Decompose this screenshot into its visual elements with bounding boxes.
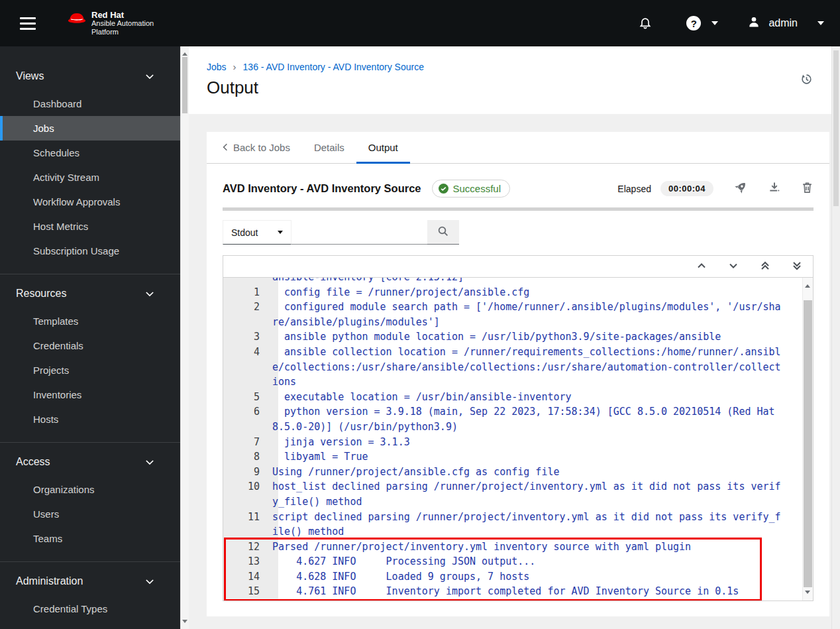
- log-line-number: [223, 278, 269, 285]
- sidebar-item-organizations[interactable]: Organizations: [0, 477, 180, 502]
- elapsed-value-badge: 00:00:04: [660, 181, 713, 196]
- scroll-to-top-button[interactable]: [749, 256, 781, 277]
- log-line-text: ansible collection location = /runner/re…: [269, 345, 784, 390]
- log-scrollbar[interactable]: [802, 278, 813, 600]
- sidebar-item-activity-stream[interactable]: Activity Stream: [0, 165, 180, 190]
- log-line-text: 4.761 INFO Inventory import completed fo…: [269, 584, 784, 599]
- delete-job-button[interactable]: [801, 181, 814, 196]
- sidebar-scrollbar[interactable]: [180, 46, 189, 629]
- search-input[interactable]: [291, 220, 427, 245]
- log-line-text: Parsed /runner/project/inventory.yml inv…: [269, 540, 784, 555]
- help-button[interactable]: ?: [686, 16, 701, 30]
- tab-details[interactable]: Details: [302, 132, 356, 163]
- breadcrumb-job-link[interactable]: 136 - AVD Inventory - AVD Inventory Sour…: [243, 62, 424, 72]
- log-line-3: 3 ansible python module location = /usr/…: [223, 329, 802, 345]
- log-line-12: 12Parsed /runner/project/inventory.yml i…: [223, 540, 802, 555]
- page-header: Jobs › 136 - AVD Inventory - AVD Invento…: [189, 46, 831, 114]
- masthead-actions: ? admin: [639, 15, 824, 31]
- nav-group-header-access[interactable]: Access: [0, 449, 180, 477]
- page-scrollbar-thumb[interactable]: [833, 50, 839, 206]
- sidebar-item-inventories[interactable]: Inventories: [0, 382, 180, 407]
- sidebar-item-dashboard[interactable]: Dashboard: [0, 91, 180, 116]
- log-line-number: 10: [223, 479, 269, 509]
- sidebar-item-workflow-approvals[interactable]: Workflow Approvals: [0, 190, 180, 214]
- sidebar-item-host-metrics[interactable]: Host Metrics: [0, 214, 180, 239]
- log-line-15: 15 4.761 INFO Inventory import completed…: [223, 584, 802, 599]
- log-line-9: 9Using /runner/project/ansible.cfg as co…: [223, 465, 802, 480]
- log-line-1: 1 config file = /runner/project/ansible.…: [223, 285, 802, 300]
- job-name: AVD Inventory - AVD Inventory Source: [223, 182, 421, 195]
- sidebar-item-hosts[interactable]: Hosts: [0, 407, 180, 431]
- log-line-6: 6 python version = 3.9.18 (main, Sep 22 …: [223, 404, 802, 434]
- trash-icon: [801, 181, 814, 196]
- status-badge: Successful: [432, 180, 511, 198]
- scroll-down-arrow-icon[interactable]: [805, 591, 810, 597]
- download-output-button[interactable]: [768, 181, 781, 196]
- notifications-button[interactable]: [639, 16, 652, 31]
- log-line-text: Using /runner/project/ansible.cfg as con…: [269, 465, 784, 480]
- history-button[interactable]: [800, 73, 813, 87]
- elapsed-label: Elapsed: [617, 184, 651, 194]
- tabs-row: Back to Jobs Details Output: [207, 132, 829, 164]
- scroll-down-arrow-icon[interactable]: [182, 620, 187, 626]
- nav-group-header-resources[interactable]: Resources: [0, 281, 180, 309]
- log-line-text: python version = 3.9.18 (main, Sep 22 20…: [269, 404, 784, 434]
- log-line-text: jinja version = 3.1.3: [269, 435, 784, 450]
- log-body: ansible-inventory [core 2.15.12]1 config…: [223, 278, 813, 600]
- double-chevron-down-icon: [792, 260, 802, 273]
- log-scrollbar-thumb[interactable]: [804, 300, 812, 587]
- log-toolbar: [223, 256, 813, 278]
- sidebar-item-templates[interactable]: Templates: [0, 309, 180, 333]
- sidebar-item-users[interactable]: Users: [0, 502, 180, 526]
- log-line-text: script declined parsing /runner/project/…: [269, 510, 784, 540]
- help-dropdown-toggle[interactable]: [711, 18, 718, 29]
- log-line-10: 10host_list declined parsing /runner/pro…: [223, 479, 802, 509]
- log-line-text: libyaml = True: [269, 449, 784, 465]
- download-icon: [768, 181, 781, 196]
- sidebar-item-jobs[interactable]: Jobs: [0, 116, 180, 141]
- sidebar-item-teams[interactable]: Teams: [0, 526, 180, 551]
- sidebar-item-credential-types[interactable]: Credential Types: [0, 597, 180, 621]
- tab-output[interactable]: Output: [356, 132, 410, 163]
- sidebar-item-subscription-usage[interactable]: Subscription Usage: [0, 239, 180, 263]
- chevron-down-icon: [146, 288, 154, 300]
- nav-group-administration: AdministrationCredential Types: [0, 562, 180, 629]
- breadcrumb-jobs-link[interactable]: Jobs: [207, 62, 227, 72]
- stdout-filter-select[interactable]: Stdout: [223, 220, 291, 245]
- nav-group-resources: ResourcesTemplatesCredentialsProjectsInv…: [0, 274, 180, 443]
- scroll-up-arrow-icon[interactable]: [805, 282, 810, 288]
- status-label: Successful: [453, 183, 501, 194]
- log-line-number: 6: [223, 404, 269, 434]
- tab-back-to-jobs[interactable]: Back to Jobs: [223, 132, 302, 163]
- sidebar-item-schedules[interactable]: Schedules: [0, 141, 180, 165]
- log-line-text: configured module search path = ['/home/…: [269, 300, 784, 329]
- stdout-filter-value: Stdout: [231, 227, 258, 238]
- page-title: Output: [207, 78, 812, 98]
- log-line-text: config file = /runner/project/ansible.cf…: [269, 285, 784, 300]
- scroll-up-arrow-icon[interactable]: [182, 50, 187, 56]
- user-dropdown-toggle[interactable]: [817, 18, 824, 29]
- double-chevron-up-icon: [761, 260, 770, 273]
- log-line-number: 13: [223, 554, 269, 569]
- sidebar-scrollbar-thumb[interactable]: [182, 57, 187, 113]
- next-match-button[interactable]: [717, 256, 749, 277]
- sidebar-item-credentials[interactable]: Credentials: [0, 333, 180, 358]
- nav-group-header-administration[interactable]: Administration: [0, 569, 180, 597]
- scroll-to-bottom-button[interactable]: [781, 256, 813, 277]
- sidebar-item-projects[interactable]: Projects: [0, 358, 180, 382]
- previous-match-button[interactable]: [686, 256, 717, 277]
- log-line-14: 14 4.628 INFO Loaded 9 groups, 7 hosts: [223, 569, 802, 585]
- nav-toggle-button[interactable]: [16, 13, 40, 34]
- nav-group-header-views[interactable]: Views: [0, 64, 180, 91]
- caret-down-icon: [278, 231, 283, 237]
- log-line-text: ansible-inventory [core 2.15.12]: [269, 278, 784, 285]
- log-line-text: 4.627 INFO Processing JSON output...: [269, 554, 784, 569]
- log-line-number: 2: [223, 300, 269, 329]
- relaunch-button[interactable]: [733, 180, 748, 197]
- brand-line2: Ansible Automation: [91, 19, 154, 28]
- search-button[interactable]: [427, 220, 459, 245]
- main-content: Jobs › 136 - AVD Inventory - AVD Invento…: [189, 46, 831, 629]
- nav-group-label: Access: [16, 456, 50, 468]
- chevron-down-icon: [146, 70, 154, 82]
- page-scrollbar[interactable]: [831, 46, 840, 629]
